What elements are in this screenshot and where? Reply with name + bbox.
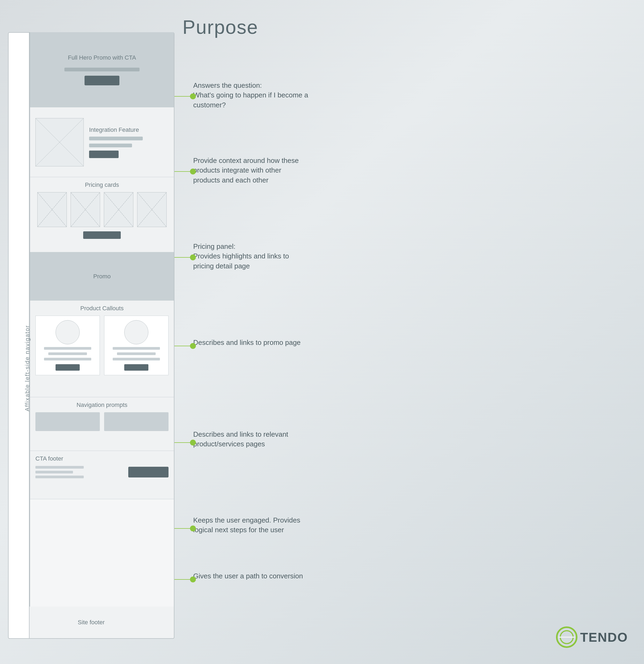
tendo-logo-circle xyxy=(556,626,578,648)
connector-nav-prompts xyxy=(174,525,196,532)
pricing-card-2 xyxy=(70,192,100,227)
connector-cta-footer xyxy=(174,577,196,582)
cta-text-group xyxy=(36,466,84,478)
integration-text-bar-1 xyxy=(89,137,143,140)
callout-text-2a xyxy=(113,347,160,350)
hero-cta-button[interactable] xyxy=(85,76,119,85)
connector-promo xyxy=(174,343,196,349)
cta-footer-label: CTA footer xyxy=(36,455,168,462)
integration-image xyxy=(36,118,84,166)
callout-text-1c xyxy=(44,358,91,360)
nav-prompt-card-1[interactable] xyxy=(36,412,100,431)
callout-card-1 xyxy=(36,316,100,375)
left-nav-label: Affixable left-side navigator xyxy=(17,65,38,664)
annotation-promo: Describes and links to promo page xyxy=(193,338,300,347)
pricing-cards-container xyxy=(36,192,168,227)
nav-prompts-section: Navigation prompts xyxy=(30,397,174,451)
promo-section: Promo xyxy=(30,252,174,300)
callout-button-2[interactable] xyxy=(124,364,148,371)
annotation-cta-footer: Gives the user a path to conversion xyxy=(193,571,303,581)
nav-prompts-label: Navigation prompts xyxy=(36,401,168,409)
callouts-section: Product Callouts xyxy=(30,300,174,397)
connector-hero xyxy=(174,94,196,99)
tendo-logo: TENDO xyxy=(556,626,628,648)
pricing-label: Pricing cards xyxy=(36,182,168,188)
pricing-card-4 xyxy=(137,192,167,227)
page-title: Purpose xyxy=(183,16,258,38)
cta-footer-button[interactable] xyxy=(128,467,168,477)
hero-section: Full Hero Promo with CTA xyxy=(30,32,174,107)
integration-button[interactable] xyxy=(89,150,119,158)
callout-text-1a xyxy=(44,347,91,350)
site-footer-label: Site footer xyxy=(78,619,105,626)
pricing-section: Pricing cards xyxy=(30,177,174,252)
left-nav-bar: Affixable left-side navigator xyxy=(8,32,29,639)
callout-card-2 xyxy=(104,316,168,375)
hero-text-bar xyxy=(64,68,140,71)
hero-label: Full Hero Promo with CTA xyxy=(68,54,136,61)
connector-integration xyxy=(174,169,196,174)
callout-circle-2 xyxy=(124,320,148,344)
integration-content: Integration Feature xyxy=(89,126,168,158)
annotation-nav-prompts: Keeps the user engaged. Provideslogical … xyxy=(193,515,300,535)
integration-label: Integration Feature xyxy=(89,126,168,133)
callout-circle-1 xyxy=(56,320,80,344)
tendo-logo-text: TENDO xyxy=(580,630,628,645)
left-nav-text: Affixable left-side navigator xyxy=(24,325,31,412)
integration-text-bar-2 xyxy=(89,144,132,147)
callout-cards-container xyxy=(36,316,168,375)
callout-text-1b xyxy=(48,352,87,355)
cta-text-bar-2 xyxy=(36,471,73,474)
annotation-callouts: Describes and links to relevantproduct/s… xyxy=(193,430,288,449)
cta-footer-section: CTA footer xyxy=(30,451,174,499)
nav-prompt-card-2[interactable] xyxy=(104,412,168,431)
callout-text-2c xyxy=(113,358,160,360)
connector-pricing xyxy=(174,254,196,260)
annotation-integration: Provide context around how theseproducts… xyxy=(193,155,299,185)
cta-footer-content xyxy=(36,466,168,478)
connector-callouts xyxy=(174,440,196,445)
callout-button-1[interactable] xyxy=(56,364,80,371)
promo-label: Promo xyxy=(94,273,111,280)
nav-prompts-cards xyxy=(36,412,168,431)
callouts-label: Product Callouts xyxy=(36,305,168,312)
annotation-pricing: Pricing panel:Provides highlights and li… xyxy=(193,242,289,271)
callout-text-2b xyxy=(117,352,155,355)
pricing-card-1 xyxy=(37,192,67,227)
main-content: Full Hero Promo with CTA Integration Fea… xyxy=(29,32,174,639)
pricing-card-3 xyxy=(104,192,133,227)
integration-section: Integration Feature xyxy=(30,107,174,177)
pricing-button[interactable] xyxy=(83,231,121,239)
cta-text-bar-3 xyxy=(36,476,84,478)
tendo-logo-inner xyxy=(560,630,574,644)
cta-text-bar-1 xyxy=(36,466,84,469)
annotation-hero: Answers the question:What's going to hap… xyxy=(193,81,308,110)
